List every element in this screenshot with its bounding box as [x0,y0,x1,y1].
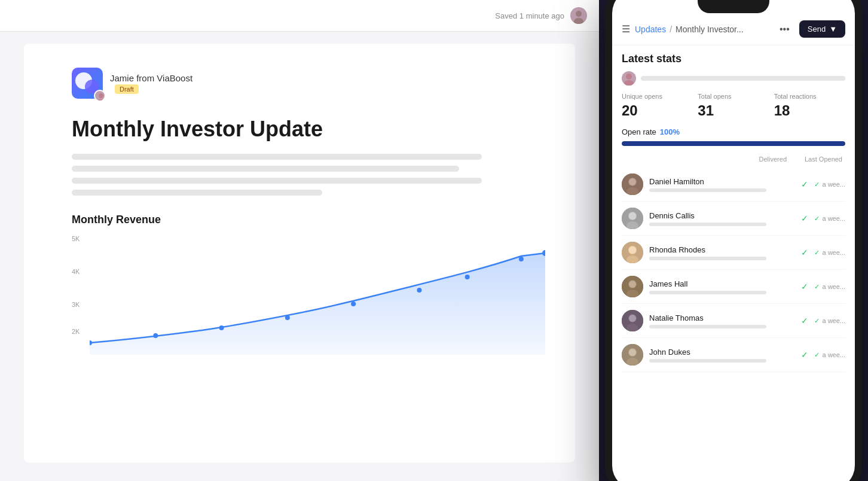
total-reactions-label: Total reactions [774,93,845,100]
placeholder-line-4 [72,190,322,196]
editor-content: Jamie from ViaBoost Draft Monthly Invest… [24,44,575,462]
editor-panel: Saved 1 minute ago [0,0,599,481]
send-button[interactable]: Send ▼ [799,20,845,38]
contact-bar [649,325,766,328]
from-name: Jamie from ViaBoost [110,73,192,83]
delivered-header: Delivered [759,156,787,163]
placeholder-line-2 [72,166,459,172]
progress-bar [622,141,845,146]
svg-point-5 [97,99,105,102]
svg-point-32 [629,281,636,288]
delivered-check: ✓ [801,214,808,223]
stats-avatar [622,71,636,86]
contact-name: James Hall [649,279,795,288]
placeholder-line-1 [72,154,482,160]
contact-info: Daniel Hamilton [649,177,795,192]
contact-bar [649,257,766,260]
stats-avatar-row [622,71,845,86]
phone-body[interactable]: Latest stats Unique opens 20 [612,45,855,481]
last-opened-time: ✓ a wee... [814,317,845,325]
opened-check: ✓ [814,249,820,257]
svg-point-36 [629,315,636,322]
svg-point-1 [574,18,583,24]
contact-name: Rhonda Rhodes [649,245,795,254]
contact-avatar [622,276,643,297]
open-rate-label: Open rate [622,127,656,136]
contact-name: Natalie Thomas [649,313,795,322]
contact-row[interactable]: Dennis Callis ✓ ✓ a wee... [622,202,845,236]
editor-topbar: Saved 1 minute ago [0,0,599,32]
opened-check: ✓ [814,317,820,325]
svg-point-24 [629,212,636,220]
user-avatar [570,7,587,24]
total-reactions-value: 18 [774,102,845,119]
y-label-4k: 4K [72,268,80,275]
contact-list: Daniel Hamilton ✓ ✓ a wee... Dennis Call… [622,168,845,372]
y-label-5k: 5K [72,235,80,242]
delivered-check: ✓ [801,282,808,291]
open-rate-value: 100% [660,127,680,136]
svg-point-4 [99,93,103,98]
last-opened-time: ✓ a wee... [814,181,845,188]
total-opens-value: 31 [698,102,769,119]
svg-point-0 [576,11,582,17]
contact-name: Daniel Hamilton [649,177,795,186]
total-opens-stat: Total opens 31 [698,93,769,119]
stats-grid: Unique opens 20 Total opens 31 Total rea… [622,93,845,119]
open-rate-row: Open rate 100% [622,127,845,136]
opened-check: ✓ [814,351,820,359]
phone-notch [698,0,769,13]
hamburger-icon[interactable]: ☰ [622,23,630,35]
nav-current: Monthly Investor... [676,25,744,34]
contact-info: John Dukes [649,348,795,363]
y-label-2k: 2K [72,328,80,335]
total-reactions-stat: Total reactions 18 [774,93,845,119]
from-info: Jamie from ViaBoost Draft [110,73,192,94]
contact-info: Dennis Callis [649,211,795,226]
contact-row[interactable]: Daniel Hamilton ✓ ✓ a wee... [622,168,845,202]
chart-svg [90,247,545,355]
revenue-section-title: Monthly Revenue [72,214,527,226]
progress-bar-fill [622,141,845,146]
phone-screen: ☰ Updates / Monthly Investor... ••• Send… [612,0,855,481]
contact-list-header: Delivered Last Opened [622,156,845,163]
contact-row[interactable]: Rhonda Rhodes ✓ ✓ a wee... [622,236,845,270]
phone-container: ☰ Updates / Monthly Investor... ••• Send… [599,0,868,481]
contact-info: James Hall [649,279,795,294]
svg-point-16 [624,80,634,86]
opened-check: ✓ [814,283,820,291]
latest-stats-title: Latest stats [622,53,845,65]
phone-nav: ☰ Updates / Monthly Investor... ••• Send… [612,13,855,45]
contact-bar [649,223,766,226]
contact-row[interactable]: James Hall ✓ ✓ a wee... [622,270,845,304]
total-opens-label: Total opens [698,93,769,100]
draft-badge: Draft [115,84,139,94]
opened-check: ✓ [814,215,820,223]
more-icon[interactable]: ••• [780,24,790,35]
contact-avatar [622,242,643,263]
svg-point-10 [351,302,356,306]
nav-separator: / [670,25,672,34]
contact-name: John Dukes [649,348,795,357]
last-opened-time: ✓ a wee... [814,249,845,257]
updates-link[interactable]: Updates [635,25,666,34]
contact-bar [649,291,766,294]
breadcrumb: Updates / Monthly Investor... [635,25,775,34]
contact-bar [649,188,766,192]
unique-opens-stat: Unique opens 20 [622,93,693,119]
unique-opens-label: Unique opens [622,93,693,100]
saved-indicator: Saved 1 minute ago [495,11,564,20]
delivered-check: ✓ [801,316,808,325]
contact-name: Dennis Callis [649,211,795,220]
contact-row[interactable]: John Dukes ✓ ✓ a wee... [622,338,845,372]
editor-title[interactable]: Monthly Investor Update [72,117,527,142]
delivered-check: ✓ [801,350,808,360]
placeholder-line-3 [72,178,482,184]
phone-frame: ☰ Updates / Monthly Investor... ••• Send… [605,0,862,481]
contact-row[interactable]: Natalie Thomas ✓ ✓ a wee... [622,304,845,338]
svg-point-12 [465,275,470,279]
svg-point-9 [285,315,290,320]
delivered-check: ✓ [801,248,808,257]
delivered-check: ✓ [801,179,808,189]
contact-info: Rhonda Rhodes [649,245,795,260]
